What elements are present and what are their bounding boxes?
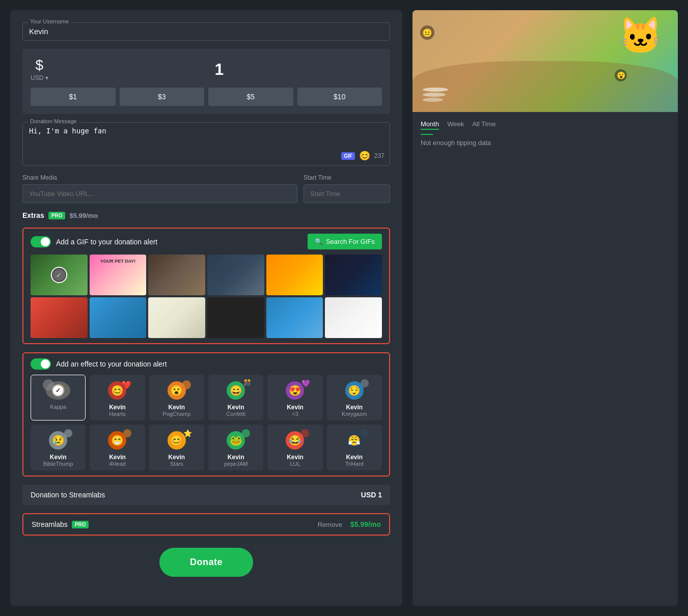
donate-button[interactable]: Donate [159,548,253,577]
effect-toggle-label: Add an effect to your donation alert [56,360,167,368]
gif-item[interactable] [266,297,323,338]
effect-item-pogchamp[interactable]: 😮 Kevin PogChamp [149,375,204,421]
preset-1-button[interactable]: $1 [31,88,116,106]
pro-row-right: Remove $5.99/mo [318,520,381,528]
effect-lul-name: Kevin [287,454,304,461]
amount-value: 1 [57,60,382,79]
stats-section: Month Week All Time Not enough tipping d… [412,112,678,155]
stats-empty-message: Not enough tipping data [421,139,670,147]
effect-biblethump-name: Kevin [50,454,67,461]
effect-item-confetti[interactable]: 😄 🎊 Kevin Confetti [208,375,263,421]
stats-tab-month[interactable]: Month [421,120,439,130]
gif-item[interactable] [207,297,264,338]
preset-3-button[interactable]: $3 [120,88,205,106]
remove-pro-button[interactable]: Remove [318,521,342,528]
gif-toggle-label: Add a GIF to your donation alert [56,238,157,246]
search-icon: 🔍 [315,238,323,245]
gif-toggle-switch[interactable] [31,236,51,247]
pro-row-name: Streamlabs [32,520,68,528]
effect-item-kappa[interactable]: 😐 ✓ Kappa [31,375,86,421]
search-gif-label: Search For GIFs [326,238,375,245]
effect-check: ✓ [52,384,64,397]
gif-item[interactable] [90,297,147,338]
preview-overlay-face2: 😮 [615,69,627,81]
effect-item-stars[interactable]: 😊 ⭐ Kevin Stars [149,425,204,470]
effect-toggle-switch[interactable] [31,358,51,370]
effect-pepejam-name: Kevin [228,454,244,461]
extras-pro-badge: PRO [48,212,66,219]
effect-item-biblethump[interactable]: 😢 Kevin BibleThump [31,425,86,470]
effect-toggle-left: Add an effect to your donation alert [31,358,167,370]
amount-display: $ USD 1 [31,57,382,81]
gif-item[interactable] [148,297,205,338]
preset-10-button[interactable]: $10 [297,88,382,106]
pro-price: $5.99/mo [350,520,381,528]
gif-badge[interactable]: GIF [341,152,355,160]
message-group: Donation Message Hi, I'm a huge fan GIF … [22,122,390,166]
emoji-button[interactable]: 😊 [359,150,370,161]
gif-item[interactable]: ✓ [31,255,88,295]
gif-item[interactable] [266,255,323,295]
start-time-group: Start Time [304,174,390,203]
effect-avatar-kappa: 😐 ✓ [43,379,73,402]
pro-row-badge: PRO [72,521,89,528]
effect-trihard-label: TriHard [345,461,364,467]
gif-item[interactable] [207,255,264,295]
stats-tab-indicator [421,134,433,135]
effect-item-heart3[interactable]: 😍 💜 Kevin <3 [267,375,322,421]
preview-area: 🐱 😐 😮 [412,10,678,112]
effect-hearts-name: Kevin [109,404,126,411]
gif-item[interactable]: YOUR PET DAY! [90,255,147,295]
effect-grid: 😐 ✓ Kappa 😊 ❤️ Kevin [31,375,382,470]
gif-item[interactable] [325,297,382,338]
effect-item-kreygasm[interactable]: 😌 Kevin Kreygasm [327,375,382,421]
media-row: Share Media Start Time [22,174,390,203]
pro-row: Streamlabs PRO Remove $5.99/mo [22,513,390,536]
effect-kappa-label: Kappa [50,404,66,410]
share-media-label: Share Media [22,174,297,181]
stats-tab-alltime[interactable]: All Time [472,120,496,130]
message-input[interactable]: Hi, I'm a huge fan [29,127,383,147]
effect-stars-name: Kevin [168,454,185,461]
currency-selector[interactable]: USD [31,74,48,81]
effect-4head-name: Kevin [109,454,126,461]
effect-item-pepejam[interactable]: 🐸 Kevin pepeJAM [208,425,263,470]
gif-toggle-left: Add a GIF to your donation alert [31,236,157,247]
youtube-url-input[interactable] [22,184,297,203]
gif-selected-check: ✓ [52,268,66,282]
effect-heart3-name: Kevin [287,404,304,411]
message-label: Donation Message [28,118,79,124]
effect-kreygasm-label: Kreygasm [342,411,367,417]
extras-header: Extras PRO $5.99/mo [22,211,390,219]
effect-toggle-row: Add an effect to your donation alert [31,358,382,370]
effect-pogchamp-label: PogChamp [162,411,190,417]
effect-item-hearts[interactable]: 😊 ❤️ Kevin Hearts [90,375,145,421]
share-media-group: Share Media [22,174,297,203]
gif-grid: ✓ YOUR PET DAY! [31,255,382,338]
effect-biblethump-label: BibleThump [43,461,73,467]
effect-toggle-section: Add an effect to your donation alert 😐 ✓… [22,352,390,477]
preview-plates [423,88,448,102]
dollar-sign: $ [36,57,44,73]
effect-item-trihard[interactable]: 😤 Kevin TriHard [327,425,382,470]
effect-heart3-label: <3 [292,411,298,417]
effect-kreygasm-name: Kevin [346,404,363,411]
stats-tab-week[interactable]: Week [447,120,464,130]
start-time-label: Start Time [304,174,390,181]
gif-item[interactable] [325,255,382,295]
preset-5-button[interactable]: $5 [208,88,293,106]
effect-trihard-name: Kevin [346,454,363,461]
gif-toggle-section: Add a GIF to your donation alert 🔍 Searc… [22,228,390,344]
effect-pogchamp-name: Kevin [168,404,185,411]
side-panel: 🐱 😐 😮 Month Week All Time Not enough t [412,10,678,606]
username-input[interactable] [29,27,383,36]
effect-lul-label: LUL [290,461,300,467]
search-gif-button[interactable]: 🔍 Search For GIFs [308,234,382,249]
effect-4head-label: 4Head [109,461,125,467]
gif-item[interactable] [31,297,88,338]
summary-amount: USD 1 [361,491,382,499]
gif-item[interactable] [148,255,205,295]
effect-item-lul[interactable]: 😂 Kevin LUL [267,425,322,470]
effect-item-4head[interactable]: 😁 Kevin 4Head [90,425,145,470]
start-time-input[interactable] [304,184,390,203]
